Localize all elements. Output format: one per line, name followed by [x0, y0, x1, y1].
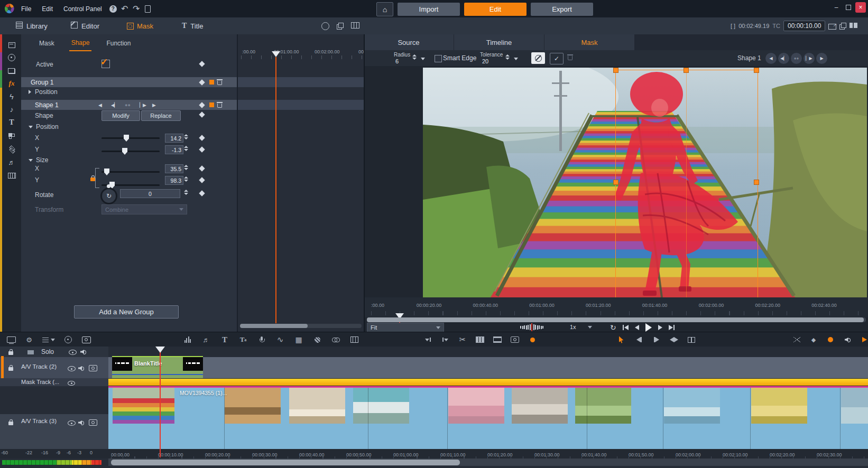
add-track-icon[interactable] — [27, 349, 34, 356]
position-y-value[interactable]: -1.3 — [165, 145, 183, 154]
tab-source[interactable]: Source — [364, 34, 454, 50]
group-position-row[interactable]: Position — [29, 88, 58, 96]
timeline-view-icon[interactable] — [6, 332, 16, 347]
jump-end-button[interactable] — [669, 325, 675, 330]
av-track-2-header[interactable]: A/V Track (2) — [0, 357, 108, 378]
radius-spinner[interactable] — [412, 54, 417, 60]
size-x-keyframe-diamond[interactable] — [199, 165, 205, 171]
link-panels-icon[interactable] — [321, 22, 329, 30]
tab-editor[interactable]: Editor — [71, 17, 99, 34]
add-marker-icon[interactable] — [423, 332, 432, 347]
music-icon[interactable]: ♪ — [5, 104, 18, 115]
undo-icon[interactable]: ↶ — [119, 0, 131, 17]
menu-edit[interactable]: Edit — [36, 0, 58, 17]
mini-playhead-grip[interactable] — [272, 51, 280, 57]
track-transparency-icon[interactable] — [349, 332, 359, 347]
next-keyframe-icon[interactable]: ▶ — [152, 102, 155, 108]
next-shape-keyframe-button[interactable]: ▶ — [816, 53, 827, 64]
radius-caret-icon[interactable] — [421, 58, 425, 60]
position-x-value[interactable]: 14.2 — [165, 134, 183, 143]
jump-start-button[interactable] — [623, 325, 629, 330]
preview-scrollbar-thumb[interactable] — [367, 317, 864, 322]
marker-strip[interactable] — [108, 347, 868, 357]
discard-mask-button[interactable] — [568, 54, 572, 62]
selection-handle-top-mid[interactable] — [684, 68, 689, 73]
snapshot-icon[interactable] — [81, 332, 91, 347]
size-x-value[interactable]: 35.5 — [165, 164, 183, 173]
active-keyframe-diamond[interactable] — [199, 61, 205, 67]
split-clip-icon[interactable]: ✂ — [458, 332, 467, 347]
link-clips-icon[interactable] — [331, 332, 340, 347]
preview-scrubber[interactable]: :00.0000:00:20.0000:00:40.0000:01:00.000… — [364, 297, 868, 317]
track3-overlay-icon[interactable] — [89, 419, 97, 427]
home-button[interactable]: ⌂ — [376, 2, 393, 16]
dual-view-icon[interactable] — [849, 23, 857, 29]
subtitle-editor-icon[interactable]: Ta — [238, 332, 248, 347]
video-clip[interactable]: MOV1394355 (1)... — [108, 388, 868, 449]
monitor-volume-icon[interactable] — [843, 332, 852, 347]
tab-mask[interactable]: Mask — [127, 17, 153, 34]
panel-divider[interactable] — [364, 34, 365, 332]
shuttle-control[interactable] — [520, 323, 543, 331]
group-trash-icon[interactable] — [217, 79, 222, 85]
cue-marker-icon[interactable] — [440, 332, 450, 347]
play-button[interactable] — [645, 323, 652, 332]
title-editor-icon[interactable]: T — [220, 332, 229, 347]
snap-toggle-icon[interactable] — [860, 332, 868, 347]
text-titles-icon[interactable]: T — [5, 117, 18, 128]
slip-tool-icon[interactable] — [687, 332, 696, 347]
timecode-input[interactable]: 00:00:10.00 — [783, 21, 825, 31]
menu-file[interactable]: File — [16, 0, 36, 17]
storyboard-icon[interactable] — [475, 332, 485, 347]
duplicate-panel-icon[interactable] — [337, 23, 344, 30]
audio-ducking-icon[interactable] — [826, 332, 835, 347]
rotate-dial[interactable]: ↻ — [100, 188, 117, 204]
audio-clef-icon[interactable]: ♬ — [5, 156, 18, 168]
position-y-slider[interactable] — [101, 151, 160, 152]
size-x-slider[interactable] — [101, 171, 160, 173]
crossfade-icon[interactable] — [792, 332, 801, 347]
burn-disc-icon[interactable] — [63, 332, 73, 347]
speed-value[interactable]: 1x — [570, 324, 576, 330]
size-x-slider-thumb[interactable] — [104, 169, 109, 175]
panel-tab-mask[interactable]: Mask — [37, 36, 57, 51]
duplicate-player-icon[interactable] — [839, 23, 846, 30]
settings-gear-icon[interactable]: ⚙ — [24, 332, 34, 347]
mask-track-eye-icon[interactable] — [68, 380, 75, 387]
tab-timeline[interactable]: Timeline — [454, 34, 544, 50]
film-reel-icon[interactable] — [5, 52, 18, 63]
mini-playhead-line[interactable] — [275, 57, 276, 323]
video-preview[interactable] — [423, 68, 867, 297]
timeline-playhead-line[interactable] — [160, 352, 161, 457]
close-button[interactable]: × — [855, 2, 866, 13]
mask-creator-icon[interactable] — [312, 332, 322, 347]
mini-scrollbar-track[interactable] — [240, 324, 362, 328]
rotate-spinner[interactable] — [184, 190, 188, 195]
track2-overlay-icon[interactable] — [89, 365, 97, 373]
replace-button[interactable]: Replace — [141, 110, 181, 121]
av-track-3-header[interactable]: A/V Track (3) — [0, 414, 108, 449]
project-notes-icon[interactable] — [142, 0, 154, 17]
transition-grid-icon[interactable] — [5, 130, 18, 142]
expand-arrow-icon[interactable] — [29, 90, 31, 94]
group-keyframe-diamond[interactable] — [199, 79, 205, 85]
mask-track-clip[interactable] — [108, 379, 868, 386]
position-x-spinner[interactable] — [184, 134, 188, 139]
position-y-spinner[interactable] — [184, 146, 188, 151]
next-frame-button[interactable] — [658, 325, 662, 330]
shape-step-forward-button[interactable]: ▏▶ — [804, 53, 815, 64]
timeline-select-tool-icon[interactable] — [617, 332, 626, 347]
smart-edge-checkbox[interactable] — [435, 55, 442, 62]
group-enable-square[interactable] — [209, 80, 214, 85]
track2-lock-icon[interactable] — [8, 365, 13, 372]
layers-icon[interactable] — [5, 143, 18, 155]
selection-handle-top-right[interactable] — [754, 68, 759, 73]
radius-value[interactable]: 6 — [395, 58, 399, 64]
waveform-icon[interactable]: ∿ — [275, 332, 285, 347]
track3-eye-icon[interactable] — [68, 420, 76, 427]
step-back-icon[interactable]: ◀▏ — [111, 102, 117, 108]
selection-handle-mid-left[interactable] — [613, 180, 618, 185]
help-icon[interactable]: ? — [107, 0, 119, 17]
position-x-slider[interactable] — [101, 137, 160, 139]
rotate-value[interactable]: 0 — [120, 189, 180, 198]
